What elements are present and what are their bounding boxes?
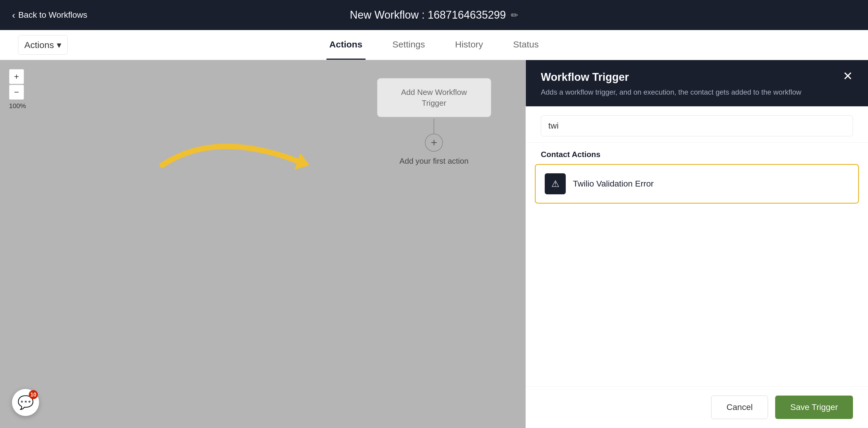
connector-group: + Add your first action: [400, 119, 469, 166]
tab-status[interactable]: Status: [510, 30, 542, 60]
tab-settings[interactable]: Settings: [390, 30, 428, 60]
connector-line: [434, 119, 434, 134]
zoom-controls: + − 100%: [9, 69, 26, 110]
side-panel-header-content: Workflow Trigger Adds a workflow trigger…: [541, 71, 801, 97]
side-panel-header: Workflow Trigger Adds a workflow trigger…: [526, 60, 868, 106]
tab-actions-label: Actions: [329, 39, 362, 50]
cancel-button[interactable]: Cancel: [711, 396, 768, 419]
search-area: [526, 106, 868, 143]
trigger-box-line1: Add New Workflow: [401, 88, 467, 97]
trigger-icon-box: ⚠: [545, 173, 566, 194]
back-arrow-icon: ‹: [12, 10, 15, 21]
save-label: Save Trigger: [790, 402, 838, 412]
close-panel-button[interactable]: ✕: [843, 69, 853, 83]
add-action-plus-icon: +: [431, 136, 437, 149]
trigger-box[interactable]: Add New Workflow Trigger: [377, 78, 491, 117]
tabs-bar: Actions ▾ Actions Settings History Statu…: [0, 30, 868, 60]
trigger-item-label: Twilio Validation Error: [573, 179, 654, 189]
svg-marker-0: [294, 153, 309, 170]
trigger-box-text: Add New Workflow Trigger: [401, 87, 467, 109]
side-panel-footer: Cancel Save Trigger: [526, 386, 868, 428]
workflow-canvas: + − 100% Add New Workflow Trigger + Add …: [0, 60, 868, 428]
tab-settings-label: Settings: [393, 39, 425, 50]
side-panel: Workflow Trigger Adds a workflow trigger…: [526, 60, 868, 428]
yellow-arrow-annotation: [156, 123, 342, 208]
tab-history[interactable]: History: [452, 30, 486, 60]
zoom-level-label: 100%: [9, 102, 26, 110]
actions-dropdown-arrow-icon: ▾: [57, 40, 61, 50]
chat-widget[interactable]: 💬 10: [12, 389, 39, 416]
chat-badge: 10: [29, 390, 38, 399]
twilio-validation-error-item[interactable]: ⚠ Twilio Validation Error: [535, 164, 859, 204]
side-panel-description: Adds a workflow trigger, and on executio…: [541, 87, 801, 97]
zoom-in-button[interactable]: +: [9, 69, 24, 84]
cancel-label: Cancel: [726, 402, 753, 412]
actions-dropdown-label: Actions: [24, 40, 54, 50]
contact-actions-section-label: Contact Actions: [526, 143, 868, 164]
workflow-title-group: New Workflow : 1687164635299 ✏: [350, 9, 518, 21]
actions-dropdown[interactable]: Actions ▾: [18, 35, 68, 55]
back-label: Back to Workflows: [18, 10, 87, 20]
workflow-title-text: New Workflow : 1687164635299: [350, 9, 506, 21]
edit-title-icon[interactable]: ✏: [511, 10, 518, 21]
tabs-center: Actions Settings History Status: [326, 30, 542, 60]
zoom-out-button[interactable]: −: [9, 85, 24, 100]
save-trigger-button[interactable]: Save Trigger: [775, 396, 853, 419]
tab-history-label: History: [455, 39, 483, 50]
trigger-box-line2: Trigger: [422, 99, 446, 107]
trigger-search-input[interactable]: [541, 116, 853, 136]
zoom-out-icon: −: [14, 88, 19, 97]
tab-status-label: Status: [513, 39, 539, 50]
zoom-in-icon: +: [14, 72, 19, 81]
add-action-label: Add your first action: [400, 157, 469, 166]
tab-actions[interactable]: Actions: [326, 30, 365, 60]
warning-icon: ⚠: [551, 178, 559, 189]
top-nav: ‹ Back to Workflows New Workflow : 16871…: [0, 0, 868, 30]
add-action-button[interactable]: +: [425, 134, 443, 152]
back-to-workflows-button[interactable]: ‹ Back to Workflows: [12, 10, 87, 21]
side-panel-title: Workflow Trigger: [541, 71, 801, 84]
